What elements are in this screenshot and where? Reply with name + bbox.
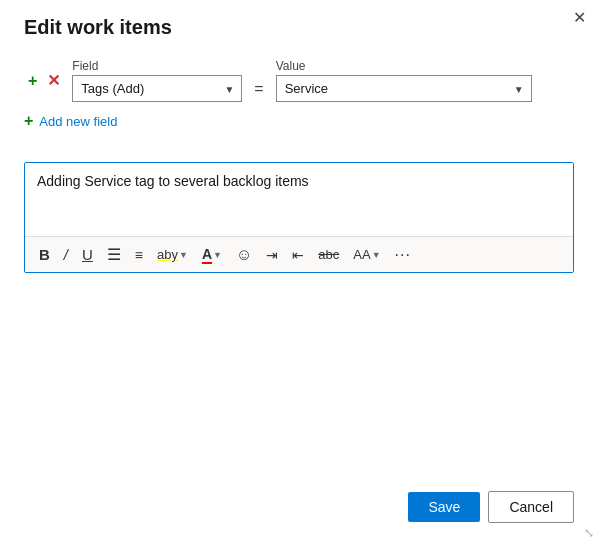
editor-textarea[interactable]: Adding Service tag to several backlog it… (25, 163, 573, 233)
row-actions: + ✕ (24, 71, 64, 91)
list-button[interactable]: ≡ (129, 243, 149, 267)
font-size-arrow-icon: ▼ (372, 250, 381, 260)
remove-row-button[interactable]: ✕ (43, 71, 64, 91)
editor-section: Adding Service tag to several backlog it… (24, 162, 574, 273)
equals-sign: = (250, 80, 267, 98)
cancel-button[interactable]: Cancel (488, 491, 574, 523)
font-color-icon: A (202, 246, 212, 264)
value-label: Value (276, 59, 532, 73)
field-label: Field (72, 59, 242, 73)
dialog-footer: Save Cancel (408, 491, 574, 523)
add-row-button[interactable]: + (24, 71, 41, 91)
field-select-wrapper: Tags (Add) Title Assigned To State Area … (72, 75, 242, 102)
add-field-plus-icon: + (24, 112, 33, 130)
font-size-button[interactable]: AA ▼ (347, 243, 386, 266)
field-group: Field Tags (Add) Title Assigned To State… (72, 59, 242, 102)
align-button[interactable]: ☰ (101, 241, 127, 268)
indent-increase-button[interactable]: ⇥ (260, 243, 284, 267)
dialog-title: Edit work items (24, 16, 574, 39)
highlight-icon: aby (157, 247, 178, 262)
more-options-button[interactable]: ··· (389, 242, 417, 268)
field-row: + ✕ Field Tags (Add) Title Assigned To S… (24, 59, 574, 102)
font-size-icon: AA (353, 247, 370, 262)
add-new-field-row[interactable]: + Add new field (24, 112, 574, 130)
italic-button[interactable]: / (58, 242, 74, 267)
bold-button[interactable]: B (33, 242, 56, 267)
value-select-wrapper: Service Frontend Backend DevOps ▼ (276, 75, 532, 102)
indent-decrease-button[interactable]: ⇤ (286, 243, 310, 267)
add-new-field-label[interactable]: Add new field (39, 114, 117, 129)
field-select[interactable]: Tags (Add) Title Assigned To State Area … (72, 75, 242, 102)
resize-handle-icon[interactable]: ⤡ (584, 527, 594, 539)
value-group: Value Service Frontend Backend DevOps ▼ (276, 59, 532, 102)
font-color-button[interactable]: A ▼ (196, 242, 228, 268)
edit-work-items-dialog: ✕ Edit work items + ✕ Field Tags (Add) T… (0, 0, 598, 543)
underline-button[interactable]: U (76, 242, 99, 267)
value-select[interactable]: Service Frontend Backend DevOps (276, 75, 532, 102)
highlight-arrow-icon: ▼ (179, 250, 188, 260)
editor-toolbar: B / U ☰ ≡ aby ▼ A ▼ ☺ ⇥ ⇤ abc AA ▼ ··· (25, 236, 573, 272)
close-button[interactable]: ✕ (573, 10, 586, 26)
save-button[interactable]: Save (408, 492, 480, 522)
highlight-button[interactable]: aby ▼ (151, 243, 194, 266)
emoji-button[interactable]: ☺ (230, 242, 258, 268)
font-color-arrow-icon: ▼ (213, 250, 222, 260)
strikethrough-button[interactable]: abc (312, 243, 345, 266)
